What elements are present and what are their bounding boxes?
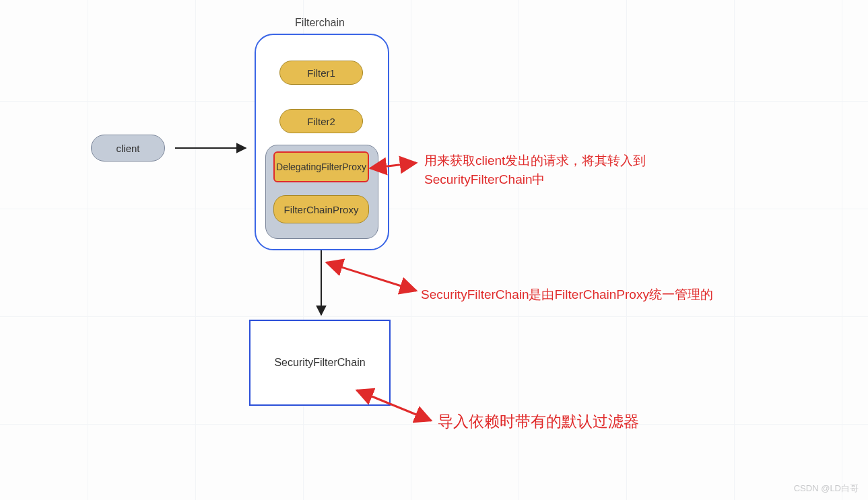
watermark: CSDN @LD白哥 <box>794 483 859 495</box>
fcp-label: FilterChainProxy <box>284 204 359 215</box>
annotation-sfc: 导入依赖时带有的默认过滤器 <box>438 410 707 433</box>
filter1-node: Filter1 <box>279 61 363 85</box>
canvas-grid <box>0 0 868 500</box>
annotation-dfp: 用来获取client发出的请求，将其转入到SecurityFilterChain… <box>424 151 673 188</box>
filter2-label: Filter2 <box>307 116 335 127</box>
dfp-label: DelegatingFilterProxy <box>276 162 366 172</box>
client-label: client <box>116 143 139 154</box>
filterchain-title: Filterchain <box>253 17 387 29</box>
client-node: client <box>91 135 165 162</box>
delegating-filter-proxy-node: DelegatingFilterProxy <box>273 151 369 182</box>
sfc-label: SecurityFilterChain <box>274 357 365 369</box>
filter-chain-proxy-node: FilterChainProxy <box>273 195 369 223</box>
filter2-node: Filter2 <box>279 109 363 133</box>
annotation-fcp: SecurityFilterChain是由FilterChainProxy统一管… <box>421 285 758 304</box>
security-filter-chain-node: SecurityFilterChain <box>249 320 391 406</box>
filter1-label: Filter1 <box>307 67 335 79</box>
